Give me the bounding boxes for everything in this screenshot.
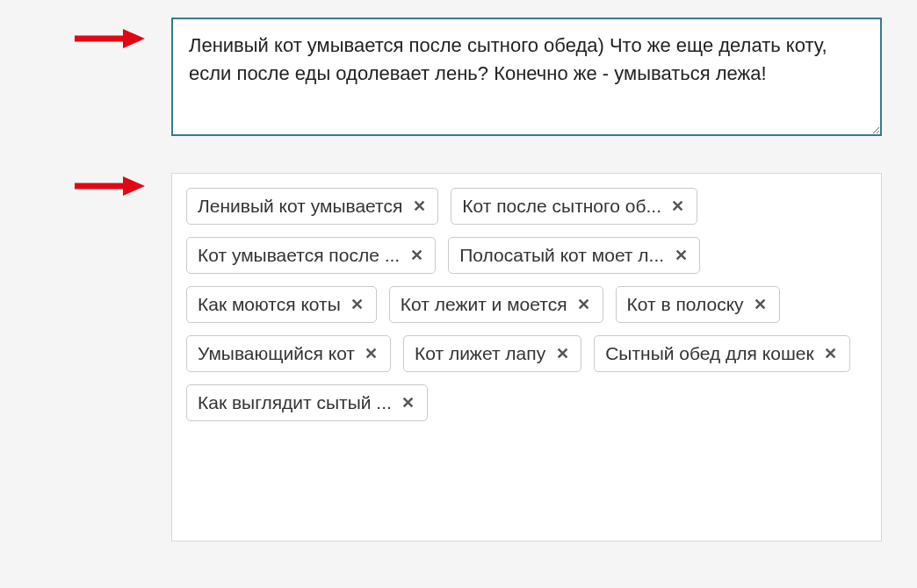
close-icon[interactable]: ✕ — [411, 198, 427, 214]
tag-chip[interactable]: Кот лежит и моется✕ — [389, 286, 603, 323]
close-icon[interactable]: ✕ — [670, 198, 686, 214]
tag-chip[interactable]: Ленивый кот умывается✕ — [186, 188, 438, 225]
tag-label: Кот после сытного об... — [462, 196, 661, 217]
tag-chip[interactable]: Как выглядит сытый ...✕ — [186, 384, 428, 421]
tag-label: Кот лежит и моется — [401, 294, 567, 315]
tag-chip[interactable]: Кот умывается после ...✕ — [186, 237, 436, 274]
tag-label: Как моются коты — [198, 294, 341, 315]
tag-chip[interactable]: Как моются коты✕ — [186, 286, 377, 323]
close-icon[interactable]: ✕ — [364, 346, 379, 362]
svg-marker-1 — [123, 29, 145, 48]
tag-chip[interactable]: Полосатый кот моет л...✕ — [448, 237, 700, 274]
close-icon[interactable]: ✕ — [673, 247, 689, 263]
tags-container: Ленивый кот умывается✕Кот после сытного … — [171, 173, 882, 541]
close-icon[interactable]: ✕ — [823, 346, 839, 362]
pointer-arrow-icon — [75, 28, 145, 49]
tag-chip[interactable]: Сытный обед для кошек✕ — [594, 335, 849, 372]
close-icon[interactable]: ✕ — [408, 247, 424, 263]
tag-chip[interactable]: Кот лижет лапу✕ — [403, 335, 581, 372]
tag-label: Ленивый кот умывается — [198, 196, 402, 217]
close-icon[interactable]: ✕ — [753, 297, 769, 312]
close-icon[interactable]: ✕ — [350, 297, 365, 312]
tag-label: Кот в полоску — [627, 294, 744, 315]
tag-label: Как выглядит сытый ... — [198, 392, 392, 413]
tag-chip[interactable]: Кот в полоску✕ — [616, 286, 780, 323]
tag-chip[interactable]: Кот после сытного об...✕ — [451, 188, 697, 225]
tag-label: Кот лижет лапу — [415, 343, 545, 364]
description-textarea[interactable] — [171, 18, 882, 136]
tag-label: Кот умывается после ... — [198, 245, 400, 266]
tag-label: Умывающийся кот — [198, 343, 355, 364]
tag-chip[interactable]: Умывающийся кот✕ — [186, 335, 391, 372]
close-icon[interactable]: ✕ — [401, 395, 416, 411]
svg-marker-3 — [123, 176, 145, 196]
close-icon[interactable]: ✕ — [554, 346, 570, 362]
pointer-arrow-icon — [75, 176, 145, 197]
tag-label: Полосатый кот моет л... — [459, 245, 664, 266]
tag-label: Сытный обед для кошек — [605, 343, 813, 364]
close-icon[interactable]: ✕ — [576, 297, 592, 312]
